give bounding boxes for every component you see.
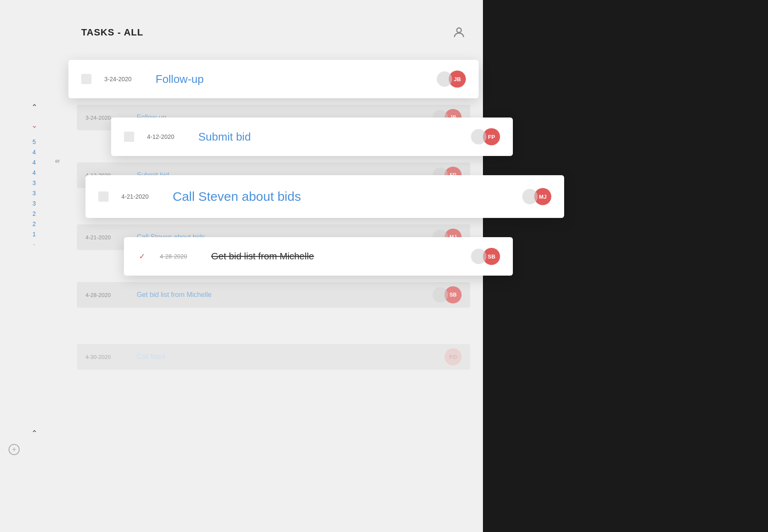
bg-row-getbid[interactable]: 4-28-2020 Get bid list from Michelle SB	[77, 282, 470, 308]
task-card-getbid[interactable]: ✓ 4-28-2020 Get bid list from Michelle S…	[124, 237, 513, 276]
sidebar-chevron-down-icon[interactable]: ⌄	[31, 121, 38, 130]
title-callsteven: Call Steven about bids	[173, 189, 522, 204]
sidebar-num-2b[interactable]: 2	[32, 220, 36, 227]
avatars-submitbid: FP	[471, 128, 500, 145]
bg-row-callmark[interactable]: 4-30-2020 Call Mark FO	[77, 344, 470, 370]
checkbox-followup[interactable]	[81, 74, 91, 84]
avatar-fo: FO	[444, 348, 462, 365]
task-card-submitbid[interactable]: 4-12-2020 Submit bid FP	[111, 118, 513, 156]
checkmark-icon: ✓	[139, 252, 145, 261]
checkbox-callsteven[interactable]	[98, 191, 109, 202]
avatars-getbid: SB	[471, 248, 500, 265]
avatars-followup: JB	[437, 71, 466, 88]
app-container: ⌃ ⌄ 5 4 4 4 3 3 3 2 2 1 - ⌃ + er TASKS -…	[0, 0, 483, 532]
task-card-followup[interactable]: 3-24-2020 Follow-up JB	[68, 60, 479, 98]
bg-title-getbid: Get bid list from Michelle	[137, 291, 212, 299]
bg-date-callmark: 4-30-2020	[85, 354, 137, 360]
header: TASKS - ALL	[68, 26, 483, 39]
page-title: TASKS - ALL	[81, 27, 143, 38]
title-submitbid: Submit bid	[198, 130, 471, 144]
bg-date-getbid: 4-28-2020	[85, 292, 137, 298]
user-icon[interactable]	[452, 26, 466, 39]
right-panel	[483, 0, 768, 532]
sidebar-num-1[interactable]: 1	[32, 231, 36, 238]
title-followup: Follow-up	[156, 73, 437, 86]
sidebar-chevron-bottom-icon[interactable]: ⌃	[31, 429, 38, 438]
date-callsteven: 4-21-2020	[121, 193, 173, 200]
sidebar-num-4c[interactable]: 4	[32, 169, 36, 176]
sidebar-num-5[interactable]: 5	[32, 138, 36, 145]
task-card-callsteven[interactable]: 4-21-2020 Call Steven about bids MJ	[85, 175, 564, 218]
checkbox-getbid[interactable]: ✓	[137, 251, 147, 262]
checkbox-submitbid[interactable]	[124, 132, 134, 142]
date-getbid: 4-28-2020	[160, 253, 211, 260]
sidebar-num-4a[interactable]: 4	[32, 149, 36, 156]
sidebar-num-3b[interactable]: 3	[32, 190, 36, 197]
bg-avatars-callmark: FO	[444, 348, 462, 365]
date-followup: 3-24-2020	[104, 76, 156, 82]
avatars-callsteven: MJ	[522, 188, 551, 205]
sidebar-num-dash: -	[33, 241, 35, 248]
bg-title-callmark: Call Mark	[137, 353, 166, 361]
sidebar-num-3c[interactable]: 3	[32, 200, 36, 207]
svg-point-0	[457, 28, 462, 32]
sidebar-add-button[interactable]: +	[9, 444, 20, 455]
sidebar-label: er	[0, 158, 64, 164]
sidebar-num-2a[interactable]: 2	[32, 210, 36, 217]
date-submitbid: 4-12-2020	[147, 133, 198, 140]
main-content: 3-24-2020 Follow-up JB 3-24-2020 Follow-…	[68, 47, 479, 532]
bg-avatars-getbid: SB	[433, 286, 462, 303]
sidebar-num-3a[interactable]: 3	[32, 179, 36, 186]
sidebar-numbers: 5 4 4 4 3 3 3 2 2 1 -	[32, 138, 36, 248]
title-getbid: Get bid list from Michelle	[211, 251, 471, 262]
sidebar-chevron-up-icon[interactable]: ⌃	[31, 103, 38, 112]
sidebar: ⌃ ⌄ 5 4 4 4 3 3 3 2 2 1 - ⌃ + er	[0, 0, 68, 532]
